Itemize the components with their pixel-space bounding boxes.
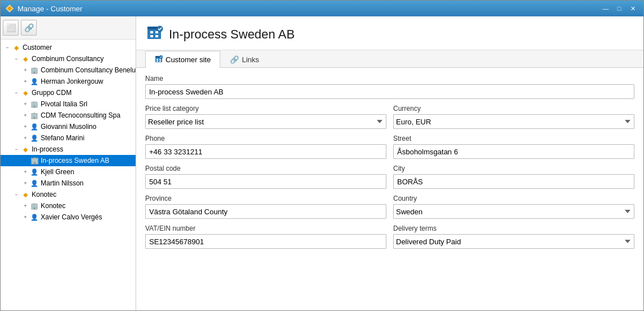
- tree-item-xavier[interactable]: + 👤 Xavier Calvo Vergés: [1, 211, 136, 223]
- tree-item-inprocess[interactable]: − ◆ In-process: [1, 144, 136, 155]
- price-list-select[interactable]: Reseller price list Standard price list …: [145, 114, 386, 129]
- titlebar-controls: — □ ✕: [599, 3, 639, 14]
- tree-item-giovanni[interactable]: + 👤 Giovanni Musolino: [1, 121, 136, 132]
- tree-item-herman[interactable]: + 👤 Herman Jonkergouw: [1, 76, 136, 87]
- tab-customer-site-label: Customer site: [166, 55, 211, 64]
- svg-rect-6: [150, 35, 153, 37]
- expander-herman[interactable]: +: [21, 77, 30, 86]
- form-row-vat-delivery: VAT/EIN number Delivery terms Delivered …: [145, 224, 634, 249]
- form-group-price-list: Price list category Reseller price list …: [145, 105, 386, 129]
- right-panel: In-process Sweden AB: [136, 16, 643, 310]
- expander-combinum[interactable]: −: [12, 54, 21, 63]
- form-group-currency: Currency Euro, EUR USD, US Dollar GBP, B…: [393, 105, 634, 129]
- name-label: Name: [145, 75, 634, 83]
- tree-item-cdm-tec[interactable]: + 🏢 CDM Tecnoconsulting Spa: [1, 110, 136, 121]
- form-row-price-currency: Price list category Reseller price list …: [145, 105, 634, 129]
- svg-rect-14: [159, 61, 161, 62]
- delivery-select[interactable]: Delivered Duty Paid Ex Works Free on Boa…: [393, 234, 634, 249]
- street-label: Street: [393, 135, 634, 142]
- label-inprocess-sweden: In-process Sweden AB: [41, 157, 109, 165]
- expander-gruppo[interactable]: −: [12, 88, 21, 97]
- main-content: ⬜ 🔗 − ◆ Customer − ◆: [1, 16, 643, 310]
- page-toolbar-button[interactable]: ⬜: [3, 20, 19, 36]
- link-toolbar-button[interactable]: 🔗: [21, 20, 37, 36]
- vat-input[interactable]: [145, 234, 386, 249]
- minimize-button[interactable]: —: [599, 3, 612, 14]
- close-button[interactable]: ✕: [626, 3, 639, 14]
- label-combinum-benelux: Combinum Consultancy Benelux: [41, 66, 136, 74]
- icon-herman: 👤: [30, 77, 39, 86]
- expander-stefano[interactable]: +: [21, 133, 30, 142]
- currency-select[interactable]: Euro, EUR USD, US Dollar GBP, British Po…: [393, 114, 634, 129]
- tab-customer-site-icon: [155, 55, 163, 64]
- titlebar: Manage - Customer — □ ✕: [1, 1, 643, 16]
- form-group-street: Street: [393, 135, 634, 159]
- phone-input[interactable]: [145, 144, 386, 159]
- country-select[interactable]: Sweden Norway Denmark Finland Germany: [393, 204, 634, 219]
- icon-xavier: 👤: [30, 213, 39, 222]
- street-input[interactable]: [393, 144, 634, 159]
- expander-customer-root[interactable]: −: [3, 43, 12, 52]
- icon-inprocess-sweden: 🏢: [30, 156, 39, 165]
- price-list-label: Price list category: [145, 105, 386, 113]
- label-herman: Herman Jonkergouw: [41, 77, 103, 85]
- tree-item-combinum[interactable]: − ◆ Combinum Consultancy: [1, 53, 136, 64]
- tab-customer-site[interactable]: Customer site: [145, 51, 220, 68]
- tree-item-kjell[interactable]: + 👤 Kjell Green: [1, 166, 136, 178]
- city-input[interactable]: [393, 174, 634, 189]
- icon-combinum: ◆: [21, 54, 30, 63]
- expander-giovanni[interactable]: +: [21, 122, 30, 131]
- expander-konotec-sub[interactable]: +: [21, 201, 30, 210]
- tree-item-gruppo[interactable]: − ◆ Gruppo CDM: [1, 87, 136, 98]
- maximize-button[interactable]: □: [613, 3, 625, 14]
- expander-konotec[interactable]: −: [12, 190, 21, 199]
- label-gruppo: Gruppo CDM: [32, 89, 72, 97]
- expander-combinum-benelux[interactable]: +: [21, 66, 30, 75]
- tree-item-pivotal[interactable]: + 🏢 Pivotal Italia Srl: [1, 98, 136, 110]
- record-title: In-process Sweden AB: [169, 27, 295, 42]
- tree-item-martin[interactable]: + 👤 Martin Nilsson: [1, 178, 136, 189]
- label-kjell: Kjell Green: [41, 168, 74, 176]
- tree-container[interactable]: − ◆ Customer − ◆ Combinum Consultancy + …: [1, 40, 136, 310]
- tree-item-customer-root[interactable]: − ◆ Customer: [1, 42, 136, 53]
- expander-kjell[interactable]: +: [21, 167, 30, 176]
- tree-item-inprocess-sweden[interactable]: + 🏢 In-process Sweden AB: [1, 155, 136, 166]
- tab-links-icon: 🔗: [230, 55, 239, 64]
- form-group-country: Country Sweden Norway Denmark Finland Ge…: [393, 195, 634, 219]
- titlebar-left: Manage - Customer: [5, 4, 82, 13]
- phone-label: Phone: [145, 135, 386, 142]
- page-icon: ⬜: [6, 23, 16, 32]
- svg-rect-7: [155, 35, 158, 37]
- window-title: Manage - Customer: [18, 5, 82, 13]
- label-giovanni: Giovanni Musolino: [41, 123, 97, 131]
- label-konotec: Konotec: [32, 191, 56, 198]
- expander-martin[interactable]: +: [21, 179, 30, 188]
- form-group-delivery: Delivery terms Delivered Duty Paid Ex Wo…: [393, 224, 634, 249]
- building-icon: [145, 23, 163, 41]
- icon-pivotal: 🏢: [30, 100, 39, 109]
- icon-konotec: ◆: [21, 190, 30, 199]
- expander-cdm-tec[interactable]: +: [21, 111, 30, 120]
- tree-item-konotec[interactable]: − ◆ Konotec: [1, 189, 136, 200]
- tree-item-stefano[interactable]: + 👤 Stefano Marini: [1, 132, 136, 144]
- icon-cdm-tec: 🏢: [30, 111, 39, 120]
- tree-item-combinum-benelux[interactable]: + 🏢 Combinum Consultancy Benelux: [1, 64, 136, 76]
- expander-pivotal[interactable]: +: [21, 100, 30, 109]
- postal-input[interactable]: [145, 174, 386, 189]
- expander-xavier[interactable]: +: [21, 213, 30, 222]
- tree-item-konotec-sub[interactable]: + 🏢 Konotec: [1, 200, 136, 211]
- main-window: Manage - Customer — □ ✕ ⬜ 🔗 −: [0, 0, 644, 311]
- svg-rect-12: [159, 59, 161, 60]
- icon-combinum-benelux: 🏢: [30, 66, 39, 75]
- province-input[interactable]: [145, 204, 386, 219]
- expander-inprocess[interactable]: −: [12, 145, 21, 154]
- form-row-phone-street: Phone Street: [145, 135, 634, 159]
- tab-links[interactable]: 🔗 Links: [220, 51, 268, 68]
- delivery-label: Delivery terms: [393, 224, 634, 232]
- record-header-icon: [145, 23, 163, 45]
- building-tab-icon: [155, 55, 163, 63]
- form-group-postal: Postal code: [145, 165, 386, 189]
- label-stefano: Stefano Marini: [41, 134, 84, 142]
- name-input[interactable]: [145, 84, 634, 99]
- expander-inprocess-sweden[interactable]: +: [21, 156, 30, 165]
